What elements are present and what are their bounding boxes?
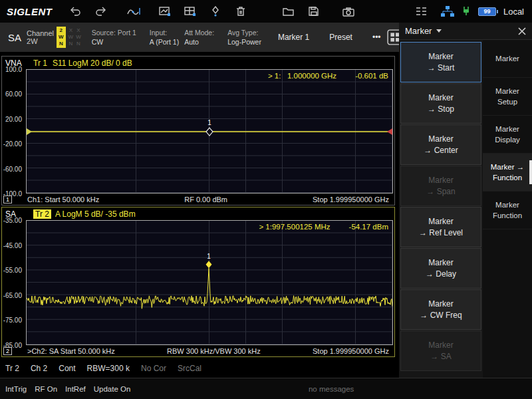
menu-item-marker-to-stop[interactable]: Marker → Stop — [400, 83, 481, 124]
waveform-button[interactable] — [126, 3, 143, 20]
att-mode-setting[interactable]: Att Mode: Auto — [182, 28, 217, 47]
menu-item-marker-to-start[interactable]: Marker → Start — [400, 42, 481, 82]
marker-value: -0.601 dB — [355, 72, 388, 80]
more-options-button[interactable]: ••• — [366, 23, 387, 52]
badge-letter: W — [59, 34, 64, 41]
channel-state-badge: 2 W N — [57, 27, 66, 48]
trace-table-button[interactable] — [182, 3, 199, 20]
category-marker-display[interactable]: Marker Display — [483, 116, 532, 154]
category-label: Marker → — [491, 162, 524, 172]
category-marker-to-function[interactable]: Marker → Function — [483, 154, 532, 192]
battery-indicator: 99 — [478, 7, 496, 16]
y-tick: -35.00 — [3, 217, 22, 224]
menu-item-label: → CW Freq — [420, 310, 462, 321]
top-toolbar: SIGLENT — [0, 0, 532, 23]
tab-sa-mode[interactable]: SA — [8, 32, 21, 43]
sa-trace-label[interactable]: Tr 2 — [33, 209, 51, 219]
menu-item-marker-to-delay[interactable]: Marker → Delay — [400, 248, 481, 289]
power-plug-icon — [462, 6, 471, 17]
menu-item-label: → Center — [424, 145, 458, 156]
redo-button[interactable] — [92, 3, 110, 20]
chevron-down-icon[interactable] — [436, 29, 442, 33]
menu-item-label: → Ref Level — [419, 227, 463, 239]
open-file-button[interactable] — [280, 3, 297, 20]
menu-item-label: Marker — [428, 51, 453, 63]
svg-text:1: 1 — [207, 119, 211, 126]
input-setting[interactable]: Input: A (Port 1) — [147, 28, 182, 47]
y-tick: -55.00 — [3, 267, 22, 274]
sa-plot-area[interactable]: 1 > 1:997.500125 MHz -54.17 dBm — [26, 220, 393, 345]
vna-window-number: 1 — [3, 196, 12, 203]
save-icon — [308, 6, 319, 17]
folder-icon — [283, 7, 294, 16]
instrument-screen: SIGLENT — [0, 0, 532, 399]
status-sweep: Cont — [59, 364, 75, 373]
category-label: Function — [493, 210, 522, 221]
marker-function-list: Marker → Start Marker → Stop Marker → Ce… — [399, 40, 483, 378]
dim-letter: W — [68, 34, 74, 41]
field-label: Att Mode: — [184, 28, 214, 37]
marker-menu-sidebar: Marker Marker → Start Marker → Stop Mark… — [399, 23, 532, 378]
vna-window[interactable]: VNA Tr 1 S11 LogM 20 dB/ 0 dB 100.0 60.0… — [1, 56, 395, 205]
marker-diamond-button[interactable] — [207, 3, 224, 20]
trace-add-button[interactable] — [156, 3, 174, 20]
preset-button[interactable]: Preset — [323, 23, 358, 52]
menu-button[interactable] — [412, 3, 430, 20]
status-srccal: SrcCal — [178, 364, 201, 373]
marker-1-button[interactable]: Marker 1 — [272, 23, 315, 52]
menu-item-marker-to-sa: Marker → SA — [400, 331, 481, 371]
channel-dim-states: X W N — [76, 27, 81, 47]
marker-frequency: > 1: 1.000000 GHz — [268, 72, 336, 80]
screenshot-button[interactable] — [340, 3, 357, 20]
sa-header: SA Tr 2 A LogM 5 dB/ -35 dBm — [2, 207, 394, 220]
category-label: Function — [493, 172, 522, 183]
sa-footer: >Ch2: SA Start 50.000 kHz RBW 300 kHz/VB… — [2, 346, 394, 356]
y-tick: -45.00 — [3, 241, 22, 249]
sa-trace-svg: 1 — [27, 221, 392, 344]
menu-item-marker-to-ref-level[interactable]: Marker → Ref Level — [400, 207, 481, 247]
category-marker-function[interactable]: Marker Function — [483, 192, 532, 229]
vna-marker-readout: > 1: 1.000000 GHz -0.601 dB — [268, 72, 388, 80]
sa-window[interactable]: SA Tr 2 A LogM 5 dB/ -35 dBm -35.00 -45.… — [1, 207, 395, 357]
field-label: Input: — [150, 28, 179, 37]
category-marker-setup[interactable]: Marker Setup — [483, 78, 532, 116]
vna-trace-label[interactable]: Tr 1 — [33, 59, 47, 68]
network-icon — [441, 6, 454, 17]
channel-toolbar: SA Channel 2W 2 W N X W N X W N Source: … — [0, 23, 399, 52]
menu-item-label: → Span — [426, 186, 455, 198]
vna-trace-settings[interactable]: S11 LogM 20 dB/ 0 dB — [53, 59, 132, 68]
marker-diamond-icon — [209, 6, 221, 17]
sidebar-title: Marker — [405, 26, 432, 36]
menu-item-label: → Start — [428, 63, 455, 74]
save-button[interactable] — [305, 3, 323, 20]
category-label: Marker — [495, 53, 519, 64]
avg-type-setting[interactable]: Avg Type: Log-Power — [225, 28, 264, 47]
trace-add-icon — [159, 6, 171, 17]
marker-frequency: > 1:997.500125 MHz — [259, 223, 330, 231]
trash-icon — [235, 6, 246, 17]
channel-selector[interactable]: Channel 2W 2 W N X W N X W N — [27, 27, 81, 48]
source-setting[interactable]: Source: Port 1 CW — [89, 28, 139, 47]
delete-button[interactable] — [232, 3, 249, 20]
y-tick: -20.00 — [3, 140, 22, 148]
undo-button[interactable] — [67, 3, 84, 20]
close-button[interactable] — [518, 27, 526, 35]
status-channel: Ch 2 — [31, 364, 47, 373]
field-value: Log-Power — [227, 37, 261, 47]
sa-trace-settings[interactable]: A LogM 5 dB/ -35 dBm — [55, 209, 136, 219]
sa-marker-readout: > 1:997.500125 MHz -54.17 dBm — [259, 223, 388, 231]
menu-item-label: Marker — [428, 175, 453, 186]
category-label: Display — [495, 134, 520, 145]
topbar-status-cluster: 99 Local — [408, 3, 524, 20]
y-tick: -60.00 — [3, 165, 22, 172]
status-rf: RF On — [35, 385, 57, 393]
category-marker[interactable]: Marker — [483, 40, 532, 78]
menu-item-marker-to-cw-freq[interactable]: Marker → CW Freq — [400, 289, 481, 330]
sidebar-body: Marker → Start Marker → Stop Marker → Ce… — [399, 40, 532, 378]
local-mode-button[interactable]: Local — [503, 7, 524, 17]
bottom-status-bar: IntTrig RF On IntRef Update On no messag… — [0, 378, 532, 399]
dim-letter: W — [76, 34, 81, 41]
vna-plot-area[interactable]: 1 > 1: 1.000000 GHz -0.601 dB — [26, 69, 393, 194]
menu-item-marker-to-center[interactable]: Marker → Center — [400, 124, 481, 165]
ch1-start-label: Ch1: Start 50.000 kHz — [27, 196, 99, 203]
